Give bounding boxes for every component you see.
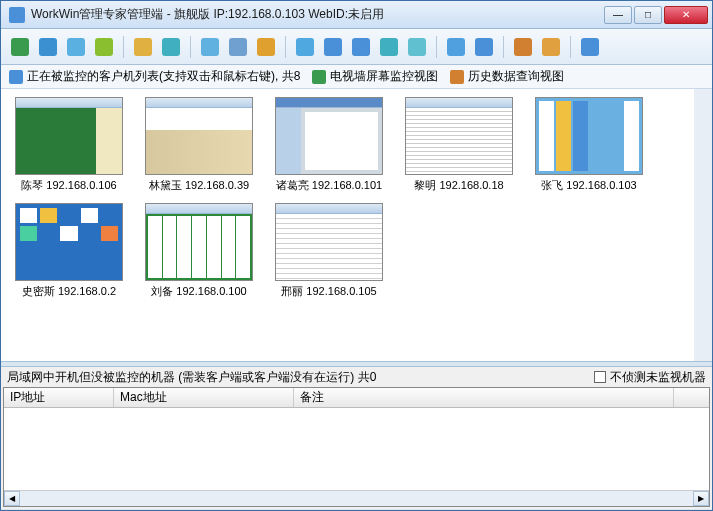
scroll-down-button[interactable]: ▼ [696, 345, 710, 359]
globe-button[interactable] [35, 34, 61, 60]
scroll-left-button[interactable]: ◀ [4, 491, 20, 506]
monitor-button[interactable] [63, 34, 89, 60]
search-icon [162, 38, 180, 56]
action1-icon [11, 38, 29, 56]
toolbar-separator [436, 36, 437, 58]
thumbnail-label: 张飞 192.168.0.103 [541, 178, 636, 193]
thumbnail-label: 陈琴 192.168.0.106 [21, 178, 116, 193]
disc-icon [380, 38, 398, 56]
disc-button[interactable] [376, 34, 402, 60]
clients-icon [9, 70, 23, 84]
thumbnail-label: 史密斯 192.168.0.2 [22, 284, 116, 299]
monitor-icon [67, 38, 85, 56]
client-thumbnail[interactable]: 林黛玉 192.168.0.39 [143, 97, 255, 193]
client-thumbnail[interactable]: 张飞 192.168.0.103 [533, 97, 645, 193]
help-button[interactable] [577, 34, 603, 60]
doc-icon [514, 38, 532, 56]
window-title: WorkWin管理专家管理端 - 旗舰版 IP:192.168.0.103 We… [31, 6, 604, 23]
thumbnail-label: 林黛玉 192.168.0.39 [149, 178, 249, 193]
tab-history[interactable]: 历史数据查询视图 [450, 68, 564, 85]
people-icon [95, 38, 113, 56]
bottom-heading-row: 局域网中开机但没被监控的机器 (需装客户端或客户端没有在运行) 共0 不侦测未监… [1, 367, 712, 387]
toolbar-separator [503, 36, 504, 58]
copy-icon [296, 38, 314, 56]
list-button[interactable] [538, 34, 564, 60]
col-mac[interactable]: Mac地址 [114, 388, 294, 407]
unmonitored-table: IP地址 Mac地址 备注 ◀ ▶ [3, 387, 710, 507]
col-ip[interactable]: IP地址 [4, 388, 114, 407]
settings-button[interactable] [404, 34, 430, 60]
search-button[interactable] [158, 34, 184, 60]
table-body [4, 408, 709, 490]
play-icon [324, 38, 342, 56]
thumbnail-screenshot [275, 203, 383, 281]
bottom-pane: 局域网中开机但没被监控的机器 (需装客户端或客户端没有在运行) 共0 不侦测未监… [1, 367, 712, 509]
zoom-icon [229, 38, 247, 56]
thumbnail-grid: 陈琴 192.168.0.106林黛玉 192.168.0.39诸葛亮 192.… [1, 89, 712, 361]
tab-client-label: 正在被监控的客户机列表(支持双击和鼠标右键), 共8 [27, 68, 300, 85]
thumbnail-screenshot [15, 97, 123, 175]
device-button[interactable] [443, 34, 469, 60]
client-thumbnail[interactable]: 诸葛亮 192.168.0.101 [273, 97, 385, 193]
help-icon [581, 38, 599, 56]
thumbnail-screenshot [535, 97, 643, 175]
toolbar [1, 29, 712, 65]
thumbnail-screenshot [145, 97, 253, 175]
history-icon [450, 70, 464, 84]
wall-icon [312, 70, 326, 84]
copy-button[interactable] [292, 34, 318, 60]
zoom-button[interactable] [225, 34, 251, 60]
tab-video-wall[interactable]: 电视墙屏幕监控视图 [312, 68, 438, 85]
list-icon [542, 38, 560, 56]
minimize-button[interactable]: — [604, 6, 632, 24]
pause-button[interactable] [348, 34, 374, 60]
screens-button[interactable] [253, 34, 279, 60]
toolbar-separator [190, 36, 191, 58]
client-thumbnail[interactable]: 邢丽 192.168.0.105 [273, 203, 385, 299]
client-thumbnail[interactable]: 陈琴 192.168.0.106 [13, 97, 125, 193]
thumbnail-screenshot [145, 203, 253, 281]
tab-bar: 正在被监控的客户机列表(支持双击和鼠标右键), 共8 电视墙屏幕监控视图 历史数… [1, 65, 712, 89]
detect-checkbox[interactable] [594, 371, 606, 383]
refresh-button[interactable] [197, 34, 223, 60]
pause-icon [352, 38, 370, 56]
doc-button[interactable] [510, 34, 536, 60]
action1-button[interactable] [7, 34, 33, 60]
detect-checkbox-label: 不侦测未监视机器 [610, 369, 706, 386]
vertical-scrollbar[interactable]: ▲ ▼ [696, 91, 710, 359]
lock-button[interactable] [471, 34, 497, 60]
scroll-right-button[interactable]: ▶ [693, 491, 709, 506]
thumbnail-screenshot [15, 203, 123, 281]
thumbnail-screenshot [275, 97, 383, 175]
people-button[interactable] [91, 34, 117, 60]
settings-icon [408, 38, 426, 56]
refresh-icon [201, 38, 219, 56]
tab-history-label: 历史数据查询视图 [468, 68, 564, 85]
lock-icon [475, 38, 493, 56]
thumbnail-label: 刘备 192.168.0.100 [151, 284, 246, 299]
horizontal-scrollbar[interactable]: ◀ ▶ [4, 490, 709, 506]
toolbar-separator [285, 36, 286, 58]
thumbnail-label: 邢丽 192.168.0.105 [281, 284, 376, 299]
tab-client-list[interactable]: 正在被监控的客户机列表(支持双击和鼠标右键), 共8 [9, 68, 300, 85]
toolbar-separator [123, 36, 124, 58]
client-thumbnail[interactable]: 刘备 192.168.0.100 [143, 203, 255, 299]
app-icon [9, 7, 25, 23]
tab-wall-label: 电视墙屏幕监控视图 [330, 68, 438, 85]
screens-icon [257, 38, 275, 56]
brush-button[interactable] [130, 34, 156, 60]
scroll-up-button[interactable]: ▲ [696, 91, 710, 105]
table-header: IP地址 Mac地址 备注 [4, 388, 709, 408]
brush-icon [134, 38, 152, 56]
play-button[interactable] [320, 34, 346, 60]
maximize-button[interactable]: □ [634, 6, 662, 24]
client-thumbnail[interactable]: 黎明 192.168.0.18 [403, 97, 515, 193]
thumbnail-label: 黎明 192.168.0.18 [414, 178, 503, 193]
col-note[interactable]: 备注 [294, 388, 674, 407]
bottom-heading: 局域网中开机但没被监控的机器 (需装客户端或客户端没有在运行) 共0 [7, 369, 376, 386]
globe-icon [39, 38, 57, 56]
close-button[interactable]: ✕ [664, 6, 708, 24]
titlebar: WorkWin管理专家管理端 - 旗舰版 IP:192.168.0.103 We… [1, 1, 712, 29]
client-thumbnail[interactable]: 史密斯 192.168.0.2 [13, 203, 125, 299]
thumbnail-screenshot [405, 97, 513, 175]
